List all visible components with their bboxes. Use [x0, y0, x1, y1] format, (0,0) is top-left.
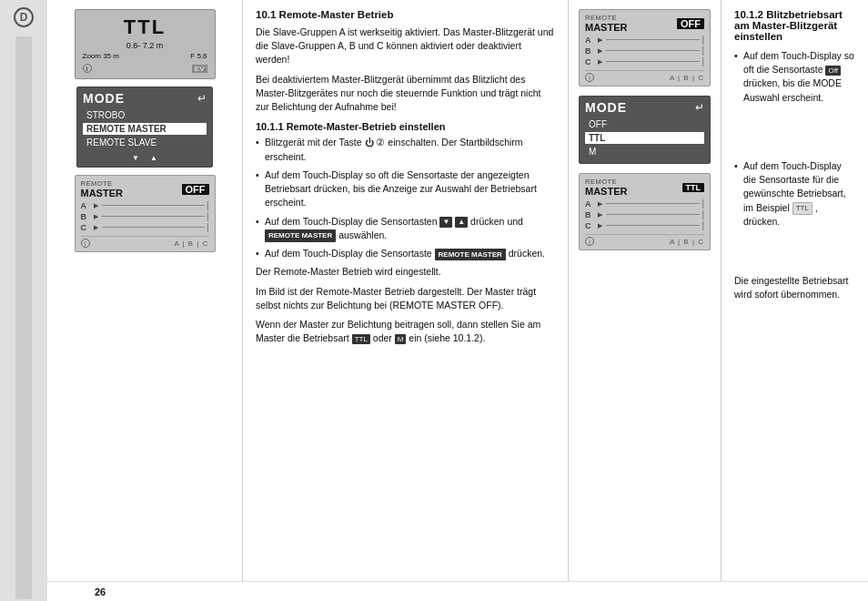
scroll-down-btn[interactable]: ▼ [129, 152, 142, 163]
f-value: F 5,6 [190, 52, 207, 60]
para4: Im Bild ist der Remote-Master Betrieb da… [256, 285, 555, 312]
mode-title-r: MODE [585, 100, 627, 115]
ttl-inline-badge: TTL [352, 334, 370, 345]
row-c-r1: C ▶ | [585, 56, 704, 66]
para2: Bei deaktiviertem Master-Blitzgerät über… [256, 73, 555, 115]
down-arrow-badge: ▼ [439, 217, 452, 228]
left-sidebar: D [0, 0, 47, 601]
display-header: REMOTE MASTER OFF [81, 179, 209, 199]
info-icon: i [81, 239, 90, 248]
main-content: TTL 0.6- 7.2 m Zoom 35 m F 5,6 i EV MODE… [47, 0, 868, 601]
remote-master-badge-2: REMOTE MASTER [435, 249, 506, 261]
ttl-label: TTL [83, 15, 207, 39]
section-title: 10.1 Remote-Master Betrieb [256, 9, 555, 20]
bullet-3: Auf dem Touch-Display die Sensortasten ▼… [256, 215, 555, 242]
scroll-up-btn[interactable]: ▲ [147, 152, 160, 163]
row-c-r3: C ▶ | [585, 220, 704, 230]
info-icon-r1: i [585, 73, 594, 82]
abc-label-r3: A | B | C [670, 238, 704, 246]
row-a-r1: A ▶ | [585, 35, 704, 45]
master-label: MASTER [81, 188, 123, 199]
sidebar-tab [15, 36, 32, 599]
master-label-r1: MASTER [585, 22, 627, 33]
mode-option-remote-slave[interactable]: REMOTE SLAVE [83, 137, 207, 148]
right-remote-off-display: REMOTE MASTER OFF A ▶ | B ▶ [579, 9, 711, 87]
para5: Wenn der Master zur Belichtung beitragen… [256, 318, 555, 345]
mode-title: MODE [83, 91, 125, 106]
page-footer: 26 [47, 581, 868, 601]
display-header-r3: REMOTE MASTER TTL [585, 178, 704, 197]
right-device-panel: REMOTE MASTER OFF A ▶ | B ▶ [569, 0, 722, 581]
mode-header: MODE ↵ [83, 91, 207, 106]
para3: Der Remote-Master Betrieb wird eingestel… [256, 265, 555, 279]
off-label-r1: OFF [677, 18, 704, 29]
m-inline-badge: M [395, 334, 407, 345]
abc-label-r1: A | B | C [670, 74, 704, 82]
display-footer-r3: i A | B | C [585, 234, 704, 246]
right-outer: REMOTE MASTER OFF A ▶ | B ▶ [569, 0, 868, 581]
mode-opt-ttl[interactable]: TTL [585, 132, 704, 144]
remote-label-r1: REMOTE [585, 14, 627, 22]
back-icon: ↵ [197, 92, 207, 105]
middle-panel: 10.1 Remote-Master Betrieb Die Slave-Gru… [243, 0, 568, 581]
remote-label: REMOTE [81, 179, 123, 188]
mode-opt-off[interactable]: OFF [585, 118, 704, 130]
master-label-r3: MASTER [585, 186, 627, 197]
bullet-4: Auf dem Touch-Display die Sensortaste RE… [256, 247, 555, 260]
abc-label: A | B | C [174, 239, 208, 248]
mode-display-left: MODE ↵ STROBO REMOTE MASTER REMOTE SLAVE… [76, 87, 213, 168]
left-device-panel: TTL 0.6- 7.2 m Zoom 35 m F 5,6 i EV MODE… [47, 0, 243, 581]
back-icon-r: ↵ [695, 101, 704, 114]
right-bullet-1: Auf dem Touch-Display so oft die Sensort… [734, 49, 855, 105]
ttl-label-r3: TTL [682, 183, 705, 192]
display-footer: i A | B | C [81, 236, 209, 248]
page-number: 26 [95, 586, 106, 597]
up-arrow-badge: ▲ [455, 217, 468, 228]
ttl-display: TTL 0.6- 7.2 m Zoom 35 m F 5,6 i EV [75, 9, 216, 79]
remote-master-badge: REMOTE MASTER [265, 229, 336, 242]
ttl-info-row: Zoom 35 m F 5,6 [83, 52, 207, 60]
row-a: A ▶ | [81, 200, 209, 210]
mode-opt-m[interactable]: M [585, 146, 704, 158]
display-header-r1: REMOTE MASTER OFF [585, 14, 704, 33]
ttl-badge-light: TTL [792, 202, 812, 215]
right-para1: Die eingestellte Betriebsart wird sofort… [734, 274, 855, 301]
right-text-panel: 10.1.2 Blitzbetriebsart am Master-Blitzg… [722, 0, 868, 581]
off-badge: Off [825, 66, 841, 76]
info-icon-r3: i [585, 237, 594, 246]
row-c: C ▶ | [81, 222, 209, 232]
mode-option-strobo[interactable]: STROBO [83, 109, 207, 121]
zoom-info: Zoom 35 m [83, 52, 119, 60]
subsection-title: 10.1.1 Remote-Master-Betrieb einstellen [256, 121, 555, 132]
info-circle: i [83, 64, 92, 73]
bullet-1: Blitzgerät mit der Taste ⏻ ② einschalten… [256, 136, 555, 164]
bullet-2: Auf dem Touch-Display so oft die Sensort… [256, 168, 555, 210]
remote-master-off-display: REMOTE MASTER OFF A ▶ | B ▶ | [75, 175, 216, 252]
row-a-r3: A ▶ | [585, 199, 704, 209]
row-b-r1: B ▶ | [585, 46, 704, 56]
remote-label-r3: REMOTE [585, 178, 627, 186]
mode-display-right: MODE ↵ OFF TTL M [579, 96, 711, 164]
content-wrapper: TTL 0.6- 7.2 m Zoom 35 m F 5,6 i EV MODE… [47, 0, 868, 581]
right-bullet-2: Auf dem Touch-Display die Sensortaste fü… [734, 159, 855, 229]
row-b: B ▶ | [81, 211, 209, 221]
ev-badge: EV [192, 65, 207, 73]
display-footer-r1: i A | B | C [585, 70, 704, 82]
mode-header-r: MODE ↵ [585, 100, 704, 115]
right-section-title: 10.1.2 Blitzbetriebsart am Master-Blitzg… [734, 9, 855, 42]
mode-option-remote-master[interactable]: REMOTE MASTER [83, 123, 207, 135]
chapter-marker: D [14, 7, 34, 27]
range-value: 0.6- 7.2 m [83, 41, 207, 50]
para1: Die Slave-Gruppen A ist werkseitig aktiv… [256, 25, 555, 67]
right-remote-ttl-display: REMOTE MASTER TTL A ▶ | B ▶ [579, 173, 711, 250]
row-b-r3: B ▶ | [585, 209, 704, 219]
off-label: OFF [182, 184, 209, 195]
